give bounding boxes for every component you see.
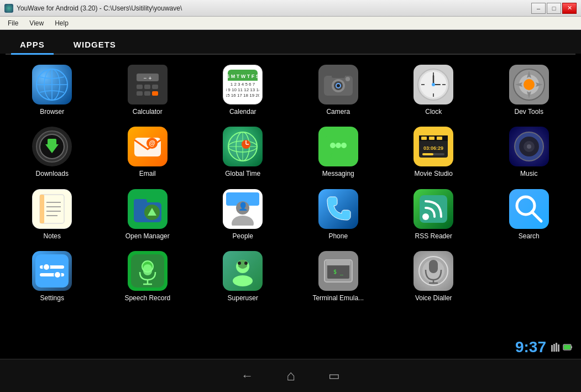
globaltime-icon [223, 127, 263, 166]
svg-point-26 [346, 77, 350, 81]
globaltime-label: Global Time [225, 170, 260, 177]
app-settings[interactable]: Settings [6, 247, 99, 306]
svg-rect-115 [558, 344, 559, 352]
svg-rect-42 [48, 139, 56, 145]
tab-widgets[interactable]: WIDGETS [65, 35, 125, 54]
maximize-button[interactable]: □ [547, 3, 561, 14]
phone-icon [318, 189, 358, 229]
voicedialler-label: Voice Dialler [415, 294, 452, 302]
svg-rect-114 [556, 343, 557, 352]
app-globaltime[interactable]: Global Time [196, 122, 290, 182]
app-search[interactable]: Search [483, 185, 576, 244]
menu-bar: File View Help [0, 17, 581, 30]
svg-rect-112 [551, 345, 553, 352]
camera-icon [318, 65, 358, 104]
svg-rect-109 [429, 260, 438, 273]
app-terminal[interactable]: $ _ Terminal Emula... [292, 247, 385, 306]
calculator-icon: − + [128, 65, 168, 104]
status-bar: 9:37 [515, 338, 573, 356]
svg-rect-72 [40, 195, 44, 223]
app-camera[interactable]: Camera [292, 60, 385, 120]
svg-line-88 [532, 212, 541, 221]
app-icon [4, 4, 13, 13]
app-speechrecord[interactable]: Speech Record [101, 247, 195, 306]
clock-icon [413, 65, 453, 104]
svg-rect-11 [144, 91, 150, 96]
app-devtools[interactable]: Dev Tools [483, 60, 576, 120]
music-label: Music [520, 170, 537, 177]
app-grid: Browser − + Calculator S M T W T F S1 2 … [0, 55, 581, 359]
svg-text:8  9 10 11 12 13 14: 8 9 10 11 12 13 14 [226, 87, 259, 92]
app-phone[interactable]: Phone [292, 185, 385, 244]
tabs-area: APPS WIDGETS [0, 30, 581, 54]
app-clock[interactable]: Clock [387, 60, 480, 120]
phone-label: Phone [328, 232, 348, 240]
openmanager-label: Open Manager [125, 232, 170, 240]
svg-point-57 [336, 143, 341, 148]
rss-icon [413, 189, 453, 229]
app-notes[interactable]: Notes [6, 185, 99, 244]
battery-icon [563, 342, 573, 352]
menu-file[interactable]: File [2, 18, 24, 28]
settings-label: Settings [40, 294, 64, 302]
recent-nav-button[interactable]: ▭ [328, 369, 340, 383]
app-moviestudio[interactable]: 03:06:29 Movie Studio [387, 122, 480, 182]
app-downloads[interactable]: Downloads [6, 122, 99, 182]
close-button[interactable]: ✕ [562, 3, 577, 14]
clock-label: Clock [425, 108, 442, 116]
svg-text:$ _: $ _ [333, 269, 344, 275]
calculator-label: Calculator [133, 108, 163, 116]
window-title: YouWave for Android (3.20) - C:\Users\Us… [17, 4, 182, 12]
tab-apps[interactable]: APPS [11, 35, 54, 54]
svg-point-83 [232, 216, 254, 226]
svg-rect-89 [35, 254, 69, 288]
svg-point-102 [244, 262, 248, 265]
app-browser[interactable]: Browser [6, 60, 99, 120]
app-calendar[interactable]: S M T W T F S1 2 3 4 5 6 78 9 10 11 12 1… [196, 60, 290, 120]
svg-rect-10 [137, 91, 143, 96]
svg-text:S M T W T F S: S M T W T F S [227, 74, 260, 79]
menu-help[interactable]: Help [49, 18, 74, 28]
window-controls: – □ ✕ [531, 3, 577, 14]
downloads-label: Downloads [36, 170, 69, 177]
app-messaging[interactable]: Messaging [292, 122, 385, 182]
svg-point-56 [330, 143, 336, 148]
home-nav-button[interactable]: ⌂ [286, 367, 295, 384]
svg-rect-66 [422, 153, 433, 155]
svg-rect-12 [152, 91, 158, 96]
rss-label: RSS Reader [415, 232, 452, 240]
app-voicedialler[interactable]: Voice Dialler [387, 247, 480, 306]
svg-point-70 [527, 144, 531, 149]
movie-label: Movie Studio [415, 170, 453, 177]
app-people[interactable]: 👤 People [196, 185, 290, 244]
app-calculator[interactable]: − + Calculator [101, 60, 195, 120]
status-time: 9:37 [515, 338, 546, 356]
svg-text:15 16 17 18 19 20: 15 16 17 18 19 20 [226, 93, 259, 98]
minimize-button[interactable]: – [531, 3, 546, 14]
settings-icon [32, 251, 72, 291]
svg-rect-61 [421, 137, 427, 140]
menu-view[interactable]: View [24, 18, 49, 28]
app-superuser[interactable]: Superuser [196, 247, 290, 306]
svg-point-38 [524, 79, 535, 90]
svg-rect-113 [553, 344, 555, 352]
back-nav-button[interactable]: ← [241, 369, 253, 383]
search-label: Search [519, 232, 540, 240]
svg-text:👤: 👤 [238, 202, 248, 211]
svg-rect-63 [437, 137, 442, 140]
app-openmanager[interactable]: Open Manager [101, 185, 195, 244]
svg-point-86 [422, 213, 429, 220]
browser-label: Browser [40, 108, 64, 116]
calendar-label: Calendar [229, 108, 257, 116]
app-rss[interactable]: RSS Reader [387, 185, 480, 244]
superuser-icon [223, 251, 263, 291]
app-music[interactable]: Music [483, 122, 576, 182]
voicedialler-icon [413, 251, 453, 291]
notes-label: Notes [44, 232, 61, 240]
phone-status-icon [551, 342, 561, 352]
camera-label: Camera [326, 108, 350, 116]
email-label: Email [139, 170, 156, 177]
svg-point-93 [54, 271, 61, 278]
music-icon [509, 127, 549, 166]
app-email[interactable]: @ Email [101, 122, 195, 182]
